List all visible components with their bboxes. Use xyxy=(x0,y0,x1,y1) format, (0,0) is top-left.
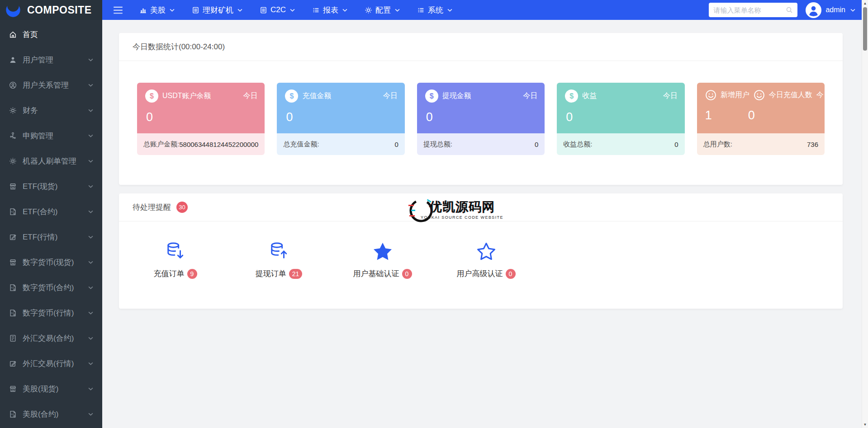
user-menu[interactable]: admin xyxy=(806,2,855,18)
sidebar-item-11[interactable]: SQL数字货币(合约) xyxy=(0,275,102,300)
sidebar-item-13[interactable]: 外汇交易(合约) xyxy=(0,325,102,351)
reminder-item-4[interactable]: 用户高级认证0 xyxy=(434,241,538,279)
sidebar-item-14[interactable]: 外汇交易(行情) xyxy=(0,351,102,376)
dollar-icon: $ xyxy=(565,89,578,103)
topnav-item-label: 美股 xyxy=(150,5,166,15)
file-text-icon xyxy=(9,334,17,342)
search-input[interactable] xyxy=(713,6,783,14)
topbar-main: 美股理财矿机C2C报表配置系统 admin xyxy=(102,0,862,20)
sidebar-item-4[interactable]: 财务 xyxy=(0,98,102,123)
stat-card-title: 提现金额 xyxy=(442,91,471,101)
chevron-down-icon xyxy=(88,337,93,340)
reminders-row: 充值订单9提现订单21用户基础认证0用户高级认证0 xyxy=(119,221,843,309)
stat-card-value: 0 xyxy=(425,110,537,124)
chevron-down-icon xyxy=(88,362,93,365)
sidebar-item-label: 外汇交易(行情) xyxy=(23,358,74,369)
svg-text:SQL: SQL xyxy=(11,211,14,213)
scroll-down-arrow-icon[interactable]: ▼ xyxy=(862,422,868,428)
stat-card-footer: 总账户金额:580063448124452200000 xyxy=(137,133,265,155)
sidebar-item-16[interactable]: SQL美股(合约) xyxy=(0,401,102,427)
shop-icon xyxy=(9,183,17,190)
file-sql-icon: SQL xyxy=(9,410,17,418)
topnav-item-5[interactable]: 配置 xyxy=(365,5,400,15)
stat-card-footer: 收益总额:0 xyxy=(557,133,684,155)
stat-card-top: 新增用户今日充值人数今日10 xyxy=(697,83,825,133)
file-sql-icon: SQL xyxy=(9,284,17,292)
reminder-count-badge: 9 xyxy=(187,269,197,279)
sidebar-item-1[interactable]: 首页 xyxy=(0,22,102,47)
topnav-item-4[interactable]: 报表 xyxy=(312,5,347,15)
gear-icon xyxy=(365,6,372,14)
chevron-down-icon xyxy=(395,9,400,12)
sidebar-item-8[interactable]: SQLETF(合约) xyxy=(0,199,102,224)
today-stats-title: 今日数据统计(00:00-24:00) xyxy=(133,42,225,52)
today-label: 今日 xyxy=(383,91,398,101)
sidebar-item-label: ETF(现货) xyxy=(23,181,57,192)
dollar-icon: $ xyxy=(145,89,158,103)
stat-card-5: 新增用户今日充值人数今日10总用户数:736 xyxy=(697,83,825,155)
star-outline-icon xyxy=(476,241,496,261)
hamburger-icon[interactable] xyxy=(113,6,123,14)
reminder-item-3[interactable]: 用户基础认证0 xyxy=(331,241,434,279)
stat-card-head: $充值金额今日 xyxy=(285,89,397,103)
reminder-label: 用户高级认证 xyxy=(457,268,503,279)
chevron-down-icon xyxy=(342,9,347,12)
topnav-item-label: C2C xyxy=(270,5,286,14)
vertical-scrollbar[interactable]: ▲ ▼ xyxy=(862,0,868,428)
reminder-item-1[interactable]: 充值订单9 xyxy=(123,241,227,279)
pending-count-badge: 30 xyxy=(176,202,188,213)
sidebar-item-label: 外汇交易(合约) xyxy=(23,333,74,343)
topnav-item-3[interactable]: C2C xyxy=(260,5,295,14)
stat-footer-value: 0 xyxy=(674,141,678,148)
topnav-item-label: 理财矿机 xyxy=(203,5,233,15)
stat-card-title: USDT账户余额 xyxy=(162,91,211,101)
stat-card-title: 充值金额 xyxy=(302,91,331,101)
stat-card-head: 新增用户今日充值人数今日 xyxy=(705,89,817,101)
sidebar-item-10[interactable]: 数字货币(现货) xyxy=(0,249,102,275)
main-content: 今日数据统计(00:00-24:00) $USDT账户余额今日0总账户金额:58… xyxy=(102,20,862,428)
topnav-item-2[interactable]: 理财矿机 xyxy=(192,5,242,15)
sidebar-item-7[interactable]: ETF(现货) xyxy=(0,174,102,199)
stat-card-value: 0 xyxy=(565,110,677,124)
sidebar-item-label: 数字货币(行情) xyxy=(23,308,74,318)
sidebar-item-3[interactable]: 用户关系管理 xyxy=(0,72,102,98)
sidebar-item-9[interactable]: ETF(行情) xyxy=(0,224,102,249)
search-icon[interactable] xyxy=(786,6,793,14)
stat-card-footer: 提现总额:0 xyxy=(417,133,545,155)
chevron-down-icon xyxy=(88,286,93,289)
brand[interactable]: COMPOSITE xyxy=(0,0,102,20)
chevron-down-icon xyxy=(88,210,93,213)
shop-icon xyxy=(9,385,17,393)
chevron-down-icon xyxy=(290,9,295,12)
chevron-down-icon xyxy=(850,9,855,12)
tree-icon xyxy=(9,132,17,140)
reminder-label: 提现订单 xyxy=(256,268,286,279)
stat-card-title: 收益 xyxy=(582,91,597,101)
scrollbar-thumb[interactable] xyxy=(863,7,867,51)
sidebar-item-label: 美股(合约) xyxy=(23,409,58,419)
stat-card-value: 0 xyxy=(145,110,257,124)
stat-card-head: $收益今日 xyxy=(565,89,677,103)
sidebar-item-5[interactable]: 申购管理 xyxy=(0,123,102,148)
sidebar-item-2[interactable]: 用户管理 xyxy=(0,47,102,72)
stat-footer-label: 收益总额: xyxy=(563,140,592,149)
chevron-down-icon xyxy=(88,109,93,112)
pending-reminders-panel: 待处理提醒 30 充值订单9提现订单21用户基础认证0用户高级认证0 优凯源码网 xyxy=(119,193,843,309)
stat-footer-value: 0 xyxy=(394,141,398,148)
db-up-icon xyxy=(269,241,289,261)
stat-footer-label: 提现总额: xyxy=(423,140,452,149)
sidebar-item-12[interactable]: SQL数字货币(行情) xyxy=(0,300,102,325)
stat-footer-value: 0 xyxy=(535,141,538,148)
scroll-up-arrow-icon[interactable]: ▲ xyxy=(862,0,868,6)
reminder-item-2[interactable]: 提现订单21 xyxy=(227,241,331,279)
sidebar-item-15[interactable]: 美股(现货) xyxy=(0,376,102,401)
sidebar-item-6[interactable]: 机器人刷单管理 xyxy=(0,148,102,174)
list-icon xyxy=(417,6,425,14)
top-menu: 美股理财矿机C2C报表配置系统 xyxy=(139,5,470,15)
stat-card-head: $提现金额今日 xyxy=(425,89,537,103)
topnav-item-1[interactable]: 美股 xyxy=(139,5,175,15)
svg-text:SQL: SQL xyxy=(11,287,14,289)
topnav-item-6[interactable]: 系统 xyxy=(417,5,452,15)
reminder-count-badge: 0 xyxy=(402,269,412,279)
stat-footer-label: 总账户金额: xyxy=(143,140,179,149)
